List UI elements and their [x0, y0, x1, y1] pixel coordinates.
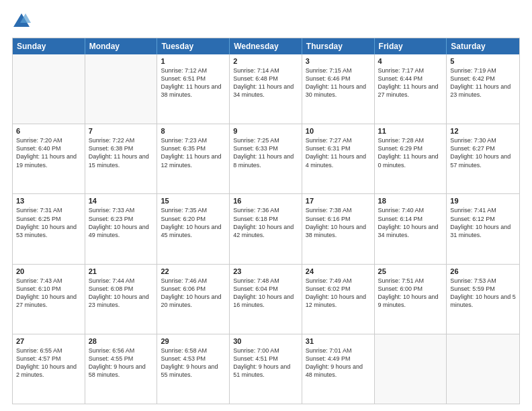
- day-info: Sunrise: 6:58 AM Sunset: 4:53 PM Dayligh…: [161, 347, 226, 379]
- day-info: Sunrise: 7:27 AM Sunset: 6:31 PM Dayligh…: [306, 136, 371, 169]
- header-cell-friday: Friday: [375, 38, 447, 54]
- calendar-cell: 24Sunrise: 7:49 AM Sunset: 6:02 PM Dayli…: [302, 265, 375, 334]
- calendar-cell: 21Sunrise: 7:44 AM Sunset: 6:08 PM Dayli…: [85, 265, 158, 334]
- calendar-cell: 19Sunrise: 7:41 AM Sunset: 6:12 PM Dayli…: [447, 194, 519, 263]
- calendar-cell: 7Sunrise: 7:22 AM Sunset: 6:38 PM Daylig…: [85, 124, 158, 193]
- day-number: 25: [378, 267, 443, 275]
- day-info: Sunrise: 7:44 AM Sunset: 6:08 PM Dayligh…: [89, 277, 154, 310]
- calendar-cell: [13, 54, 85, 124]
- day-info: Sunrise: 7:33 AM Sunset: 6:23 PM Dayligh…: [89, 206, 154, 239]
- day-info: Sunrise: 7:28 AM Sunset: 6:29 PM Dayligh…: [378, 136, 443, 169]
- day-number: 6: [16, 127, 81, 135]
- calendar-cell: 30Sunrise: 7:00 AM Sunset: 4:51 PM Dayli…: [230, 334, 302, 404]
- calendar-row-1: 6Sunrise: 7:20 AM Sunset: 6:40 PM Daylig…: [13, 124, 519, 193]
- calendar-cell: 27Sunrise: 6:55 AM Sunset: 4:57 PM Dayli…: [13, 334, 85, 404]
- day-number: 5: [450, 57, 516, 65]
- day-number: 27: [16, 337, 81, 345]
- day-info: Sunrise: 7:22 AM Sunset: 6:38 PM Dayligh…: [89, 136, 154, 169]
- day-number: 14: [89, 197, 154, 205]
- day-info: Sunrise: 6:55 AM Sunset: 4:57 PM Dayligh…: [16, 347, 81, 379]
- day-info: Sunrise: 7:23 AM Sunset: 6:35 PM Dayligh…: [161, 136, 226, 169]
- day-info: Sunrise: 7:43 AM Sunset: 6:10 PM Dayligh…: [16, 277, 81, 310]
- calendar-row-2: 13Sunrise: 7:31 AM Sunset: 6:25 PM Dayli…: [13, 193, 519, 263]
- calendar-cell: [375, 334, 447, 404]
- day-info: Sunrise: 7:14 AM Sunset: 6:48 PM Dayligh…: [233, 66, 298, 99]
- header-cell-sunday: Sunday: [13, 38, 85, 54]
- day-info: Sunrise: 7:46 AM Sunset: 6:06 PM Dayligh…: [161, 277, 226, 310]
- calendar-cell: 13Sunrise: 7:31 AM Sunset: 6:25 PM Dayli…: [13, 194, 85, 263]
- day-number: 3: [306, 57, 371, 65]
- calendar-cell: 22Sunrise: 7:46 AM Sunset: 6:06 PM Dayli…: [157, 265, 230, 334]
- day-number: 11: [378, 127, 443, 135]
- day-number: 2: [233, 57, 298, 65]
- day-number: 24: [306, 267, 371, 275]
- calendar: SundayMondayTuesdayWednesdayThursdayFrid…: [12, 38, 520, 404]
- calendar-cell: 8Sunrise: 7:23 AM Sunset: 6:35 PM Daylig…: [157, 124, 230, 193]
- day-info: Sunrise: 7:17 AM Sunset: 6:44 PM Dayligh…: [378, 66, 443, 99]
- day-number: 8: [161, 127, 226, 135]
- day-number: 23: [233, 267, 298, 275]
- day-number: 22: [161, 267, 226, 275]
- day-info: Sunrise: 7:31 AM Sunset: 6:25 PM Dayligh…: [16, 206, 81, 239]
- day-number: 7: [89, 127, 154, 135]
- day-number: 9: [233, 127, 298, 135]
- day-info: Sunrise: 7:12 AM Sunset: 6:51 PM Dayligh…: [161, 66, 226, 99]
- calendar-cell: 12Sunrise: 7:30 AM Sunset: 6:27 PM Dayli…: [447, 124, 519, 193]
- calendar-cell: 14Sunrise: 7:33 AM Sunset: 6:23 PM Dayli…: [85, 194, 158, 263]
- day-info: Sunrise: 7:40 AM Sunset: 6:14 PM Dayligh…: [378, 206, 443, 239]
- calendar-cell: [85, 54, 158, 124]
- calendar-row-3: 20Sunrise: 7:43 AM Sunset: 6:10 PM Dayli…: [13, 264, 519, 334]
- calendar-cell: 5Sunrise: 7:19 AM Sunset: 6:42 PM Daylig…: [447, 54, 519, 124]
- calendar-cell: 1Sunrise: 7:12 AM Sunset: 6:51 PM Daylig…: [157, 54, 230, 124]
- calendar-cell: 11Sunrise: 7:28 AM Sunset: 6:29 PM Dayli…: [375, 124, 447, 193]
- calendar-cell: 6Sunrise: 7:20 AM Sunset: 6:40 PM Daylig…: [13, 124, 85, 193]
- logo-icon: [12, 12, 31, 31]
- calendar-cell: 28Sunrise: 6:56 AM Sunset: 4:55 PM Dayli…: [85, 334, 158, 404]
- calendar-cell: 29Sunrise: 6:58 AM Sunset: 4:53 PM Dayli…: [157, 334, 230, 404]
- calendar-cell: 23Sunrise: 7:48 AM Sunset: 6:04 PM Dayli…: [230, 265, 302, 334]
- calendar-row-0: 1Sunrise: 7:12 AM Sunset: 6:51 PM Daylig…: [13, 54, 519, 124]
- calendar-cell: 9Sunrise: 7:25 AM Sunset: 6:33 PM Daylig…: [230, 124, 302, 193]
- day-number: 4: [378, 57, 443, 65]
- day-info: Sunrise: 7:30 AM Sunset: 6:27 PM Dayligh…: [450, 136, 516, 169]
- calendar-body: 1Sunrise: 7:12 AM Sunset: 6:51 PM Daylig…: [13, 54, 519, 404]
- day-number: 16: [233, 197, 298, 205]
- day-number: 17: [306, 197, 371, 205]
- calendar-cell: 10Sunrise: 7:27 AM Sunset: 6:31 PM Dayli…: [302, 124, 375, 193]
- day-info: Sunrise: 7:48 AM Sunset: 6:04 PM Dayligh…: [233, 277, 298, 310]
- calendar-cell: 16Sunrise: 7:36 AM Sunset: 6:18 PM Dayli…: [230, 194, 302, 263]
- calendar-cell: 15Sunrise: 7:35 AM Sunset: 6:20 PM Dayli…: [157, 194, 230, 263]
- calendar-header: SundayMondayTuesdayWednesdayThursdayFrid…: [13, 38, 519, 54]
- day-number: 13: [16, 197, 81, 205]
- calendar-cell: 25Sunrise: 7:51 AM Sunset: 6:00 PM Dayli…: [375, 265, 447, 334]
- day-info: Sunrise: 7:36 AM Sunset: 6:18 PM Dayligh…: [233, 206, 298, 239]
- day-number: 26: [450, 267, 516, 275]
- day-info: Sunrise: 7:51 AM Sunset: 6:00 PM Dayligh…: [378, 277, 443, 310]
- header-cell-wednesday: Wednesday: [230, 38, 302, 54]
- header-cell-tuesday: Tuesday: [157, 38, 230, 54]
- calendar-cell: 3Sunrise: 7:15 AM Sunset: 6:46 PM Daylig…: [302, 54, 375, 124]
- day-info: Sunrise: 7:15 AM Sunset: 6:46 PM Dayligh…: [306, 66, 371, 99]
- day-number: 20: [16, 267, 81, 275]
- calendar-cell: 2Sunrise: 7:14 AM Sunset: 6:48 PM Daylig…: [230, 54, 302, 124]
- calendar-cell: 31Sunrise: 7:01 AM Sunset: 4:49 PM Dayli…: [302, 334, 375, 404]
- header-cell-monday: Monday: [85, 38, 158, 54]
- day-info: Sunrise: 7:35 AM Sunset: 6:20 PM Dayligh…: [161, 206, 226, 239]
- day-number: 19: [450, 197, 516, 205]
- day-number: 29: [161, 337, 226, 345]
- day-info: Sunrise: 7:53 AM Sunset: 5:59 PM Dayligh…: [450, 277, 516, 310]
- day-number: 31: [306, 337, 371, 345]
- day-number: 30: [233, 337, 298, 345]
- calendar-cell: 26Sunrise: 7:53 AM Sunset: 5:59 PM Dayli…: [447, 265, 519, 334]
- header-cell-thursday: Thursday: [302, 38, 375, 54]
- day-info: Sunrise: 7:00 AM Sunset: 4:51 PM Dayligh…: [233, 347, 298, 379]
- day-number: 10: [306, 127, 371, 135]
- logo: [12, 12, 34, 31]
- header-cell-saturday: Saturday: [447, 38, 519, 54]
- calendar-cell: 20Sunrise: 7:43 AM Sunset: 6:10 PM Dayli…: [13, 265, 85, 334]
- day-info: Sunrise: 7:01 AM Sunset: 4:49 PM Dayligh…: [306, 347, 371, 379]
- day-number: 21: [89, 267, 154, 275]
- day-number: 28: [89, 337, 154, 345]
- day-info: Sunrise: 7:38 AM Sunset: 6:16 PM Dayligh…: [306, 206, 371, 239]
- calendar-cell: 18Sunrise: 7:40 AM Sunset: 6:14 PM Dayli…: [375, 194, 447, 263]
